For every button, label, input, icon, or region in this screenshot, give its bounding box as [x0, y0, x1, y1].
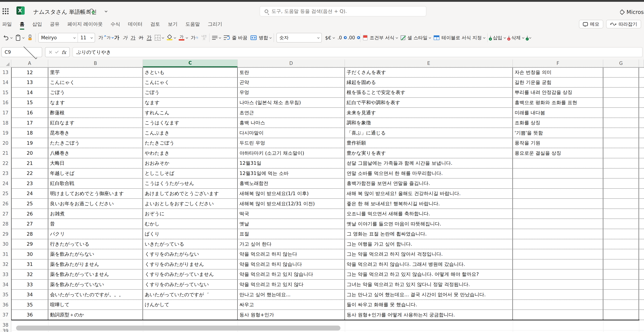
cell-B26[interactable]: 良いお年をお過ごしください	[48, 199, 143, 208]
italic-button[interactable]: 가	[122, 34, 128, 41]
cell-E17[interactable]: 未来を見通す	[345, 108, 513, 118]
row-header-33[interactable]: 33	[0, 270, 11, 280]
cell-D22[interactable]: 12월31일	[238, 158, 345, 168]
cell-C34[interactable]: くすりをのみたがっていない	[143, 280, 238, 290]
cell-G16[interactable]	[603, 98, 639, 108]
cell-G20[interactable]	[603, 138, 639, 148]
phonetic-guide-button[interactable]: 가가	[191, 34, 198, 41]
undo-button[interactable]	[3, 35, 12, 41]
column-header-A[interactable]: A	[11, 60, 48, 67]
cell-G31[interactable]	[603, 249, 639, 259]
row-header-22[interactable]: 22	[0, 158, 11, 168]
cell-F21[interactable]: 풍요로운 결실을 상징	[513, 148, 603, 158]
format-painter-button[interactable]	[27, 34, 33, 41]
cell-D33[interactable]: 약을 먹으려고 하고 있지 않습니다	[238, 270, 345, 279]
cell-F18[interactable]: 조화를 상징	[513, 118, 603, 128]
search-box[interactable]: 도구, 도움말 등을 검색(옵션 + Q).	[260, 6, 426, 16]
cell-F24[interactable]	[513, 178, 603, 188]
cell-E25[interactable]: 새해 복 많이 받으세요! 올해도 건강하시길 바랍니다.	[345, 189, 513, 198]
cell-B27[interactable]: お雑煮	[48, 209, 143, 219]
cell-B17[interactable]: 酢蓮根	[48, 108, 143, 118]
row-header-15[interactable]: 15	[0, 88, 11, 98]
cell-F36[interactable]	[513, 300, 603, 310]
cell-G35[interactable]	[603, 290, 639, 300]
cell-D21[interactable]: 야하타마키 (소고기 채소말이)	[238, 148, 345, 158]
cell-C21[interactable]: やわたまき	[143, 148, 238, 158]
increase-decimal-button[interactable]: .00	[348, 35, 358, 40]
font-size-select[interactable]: 11	[78, 33, 95, 42]
cell-G21[interactable]	[603, 148, 639, 158]
cell-C22[interactable]: おおみそか	[143, 158, 238, 168]
column-header-D[interactable]: D	[238, 60, 345, 67]
cell-G23[interactable]	[603, 168, 639, 178]
cell-G29[interactable]	[603, 229, 639, 239]
row-header-28[interactable]: 28	[0, 219, 11, 229]
row-header-39[interactable]: 39	[0, 330, 11, 332]
cell-B28[interactable]: 昔	[48, 219, 143, 229]
delete-cells-button[interactable]: × 삭제	[508, 35, 524, 41]
cell-A32[interactable]: 31	[11, 260, 48, 269]
cell-C26[interactable]: よいおとしをおすごしください	[143, 199, 238, 208]
cell-G24[interactable]	[603, 178, 639, 188]
cell-D35[interactable]: 만나고 싶어 했는데요...	[238, 290, 345, 300]
cell-D29[interactable]: 표절	[238, 229, 345, 239]
cell-F29[interactable]	[513, 229, 603, 239]
cell-B21[interactable]: 八幡巻き	[48, 148, 143, 158]
cell-D14[interactable]: 곤약	[238, 78, 345, 88]
insert-function-icon[interactable]: fx	[62, 50, 66, 55]
cell-D26[interactable]: 새해복 많이 받으세요(12/31 이전)	[238, 199, 345, 208]
cell-D27[interactable]: 떡국	[238, 209, 345, 219]
row-header-35[interactable]: 35	[0, 290, 11, 300]
cell-D15[interactable]: 우엉	[238, 88, 345, 98]
cell-G22[interactable]	[603, 158, 639, 168]
cell-A28[interactable]: 27	[11, 219, 48, 229]
underline-button[interactable]: 가	[130, 34, 136, 41]
cell-B29[interactable]: パクリ	[48, 229, 143, 239]
cell-B14[interactable]: こんにゃく	[48, 78, 143, 88]
cell-B35[interactable]: 会いたがっていたのですが。。。	[48, 290, 143, 300]
app-launcher-icon[interactable]	[2, 8, 10, 15]
cell-F25[interactable]	[513, 189, 603, 198]
cell-B34[interactable]: 薬を飲みたがっていない	[48, 280, 143, 290]
cell-A22[interactable]: 21	[11, 158, 48, 168]
grow-font-button[interactable]: 가	[98, 34, 104, 41]
cell-D34[interactable]: 약을 먹으려고 하고 있지 않다	[238, 280, 345, 290]
row-header-24[interactable]: 24	[0, 178, 11, 189]
merge-cells-button[interactable]: 병합	[250, 35, 271, 41]
cell-C37[interactable]	[143, 310, 238, 320]
tab-삽입[interactable]: 삽입	[32, 21, 42, 27]
cell-C31[interactable]: くすりをのみたがらない	[143, 249, 238, 259]
number-format-select[interactable]: 숫자	[276, 33, 322, 42]
cell-B36[interactable]: 喧嘩して	[48, 300, 143, 310]
cell-B15[interactable]: ごぼう	[48, 88, 143, 98]
cell-D30[interactable]: 가고 싶어 한다	[238, 239, 345, 249]
cell-A31[interactable]: 30	[11, 249, 48, 259]
cell-F32[interactable]	[513, 260, 603, 269]
cell-D17[interactable]: 초연근	[238, 108, 345, 118]
cell-C33[interactable]: くすりをのみたがっていません	[143, 270, 238, 279]
cell-F26[interactable]	[513, 199, 603, 208]
cell-C19[interactable]: こんぶまき	[143, 128, 238, 138]
cell-D16[interactable]: 나마스 (일본식 채소 초무침)	[238, 98, 345, 108]
cell-F37[interactable]	[513, 310, 603, 320]
format-as-table-button[interactable]: 테이블로 서식 지정	[434, 35, 485, 41]
cell-E23[interactable]: 연말 소바를 먹으면서 한 해를 마무리합니다.	[345, 168, 513, 178]
cell-C32[interactable]: くすりをのみたがりません	[143, 260, 238, 269]
format-cells-button[interactable]: ✓	[527, 36, 531, 40]
cell-A24[interactable]: 23	[11, 178, 48, 188]
cell-G14[interactable]	[603, 78, 639, 88]
cell-F23[interactable]	[513, 168, 603, 178]
cell-B18[interactable]: 紅白なます	[48, 118, 143, 128]
cell-B25[interactable]: 明けましておめでとう御座います	[48, 189, 143, 198]
decrease-decimal-button[interactable]: .0	[338, 35, 344, 40]
tab-도움말[interactable]: 도움말	[186, 21, 200, 27]
cell-E19[interactable]: 「喜ぶ」に通じる	[345, 128, 513, 138]
cell-F20[interactable]: 풍작을 기원	[513, 138, 603, 148]
tab-수식[interactable]: 수식	[110, 21, 120, 27]
cell-D24[interactable]: 홍백노래합전	[238, 178, 345, 188]
row-header-27[interactable]: 27	[0, 209, 11, 219]
cell-E22[interactable]: 섣달 그믐날에는 가족들과 함께 시간을 보냅니다.	[345, 158, 513, 168]
cell-E21[interactable]: 豊かな実りを表す	[345, 148, 513, 158]
cell-C30[interactable]: いきたがっている	[143, 239, 238, 249]
cell-F17[interactable]: 미래를 내다봄	[513, 108, 603, 118]
